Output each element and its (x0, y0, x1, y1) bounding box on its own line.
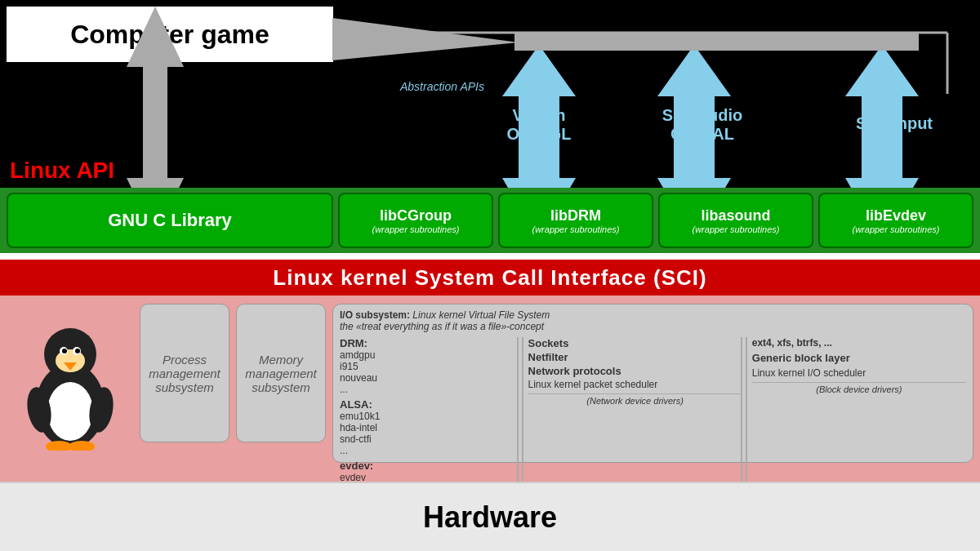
hardware-label: Hardware (423, 500, 557, 535)
computer-game-label: Computer game (70, 20, 270, 50)
io-subsystem-box: I/O subsystem: Linux kernel Virtual File… (332, 304, 973, 463)
subsystem-section: Processmanagementsubsystem Memorymanagem… (0, 295, 980, 482)
libevdev-box: libEvdev (wrapper subroutines) (818, 193, 973, 248)
drm-label: DRM: (340, 337, 519, 349)
process-management-label: Processmanagementsubsystem (149, 353, 220, 394)
tux-area (7, 304, 133, 467)
network-device-col: Sockets Netfilter Network protocols Linu… (522, 337, 742, 499)
alsa-label: ALSA: (340, 398, 519, 411)
kernel-section: Linux kernel System Call Interface (SCI) (0, 260, 980, 295)
libcgroup-box: libCGroup (wrapper subroutines) (338, 193, 493, 248)
linux-api-label: Linux API (10, 158, 114, 184)
computer-game-box: Computer game (7, 7, 333, 62)
library-section: GNU C Library libCGroup (wrapper subrout… (0, 188, 980, 253)
abstraction-label: Abstraction APIs (400, 80, 484, 93)
svg-point-26 (62, 349, 67, 353)
gnu-c-library-box: GNU C Library (7, 193, 333, 248)
evdev-label: evdev: (340, 460, 519, 472)
sdl-input-label: SDL input (837, 114, 951, 133)
memory-management-box: Memorymanagementsubsystem (236, 304, 326, 442)
sdl-audio-label: SDL audio OpenAL (645, 106, 760, 144)
libdrm-box: libDRM (wrapper subroutines) (498, 193, 653, 248)
tux-icon (21, 320, 119, 451)
network-device-footer: (Network device drivers) (528, 393, 742, 406)
process-management-box: Processmanagementsubsystem (140, 304, 229, 442)
hardware-section: Hardware (0, 482, 980, 551)
diagram: Computer game (0, 0, 980, 551)
svg-point-27 (75, 349, 80, 353)
io-subsystem-header: I/O subsystem: Linux kernel Virtual File… (340, 309, 966, 332)
io-columns: DRM: amdgpui915nouveau... ALSA: emu10k1h… (340, 337, 966, 499)
libasound-box: libasound (wrapper subroutines) (658, 193, 813, 248)
svg-point-33 (52, 384, 88, 433)
memory-management-label: Memorymanagementsubsystem (245, 353, 317, 394)
kernel-label: Linux kernel System Call Interface (SCI) (273, 265, 706, 291)
block-device-footer: (Block device drivers) (752, 382, 966, 394)
block-device-col: ext4, xfs, btrfs, ... Generic block laye… (746, 337, 966, 499)
vulkan-opengl-label: Vulkan OpenGL (482, 106, 596, 144)
char-device-col: DRM: amdgpui915nouveau... ALSA: emu10k1h… (340, 337, 519, 499)
